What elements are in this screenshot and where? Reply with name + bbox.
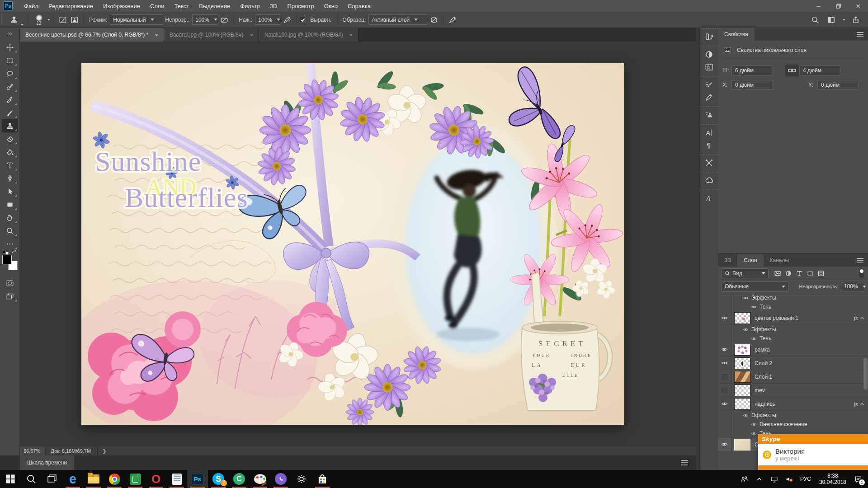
- paragraph-icon[interactable]: ¶: [703, 139, 716, 151]
- workspace-switcher-icon[interactable]: [826, 14, 837, 26]
- effects-row[interactable]: Эффекты: [718, 325, 868, 334]
- brush-tool[interactable]: [2, 106, 18, 119]
- effects-row[interactable]: Эффекты: [718, 411, 868, 420]
- skype-notification[interactable]: Skype Виктория у мережі: [758, 434, 868, 470]
- adjustments-icon[interactable]: [703, 48, 716, 61]
- options-grip[interactable]: [1, 14, 5, 25]
- glyphs-icon[interactable]: A: [703, 192, 716, 204]
- layer-opacity-select[interactable]: 100%: [841, 282, 864, 291]
- screen-mode-button[interactable]: [2, 290, 18, 303]
- brush-preset-picker[interactable]: 12: [31, 14, 47, 25]
- eye-icon[interactable]: [740, 327, 751, 333]
- zoom-level-field[interactable]: 66,67%: [20, 446, 44, 455]
- document-tab-0[interactable]: Весенние цветы.psd @ 66,7% (Слой 0, RGB/…: [20, 28, 164, 42]
- height-value[interactable]: 4 дюйм: [799, 66, 841, 75]
- eye-icon[interactable]: [748, 422, 760, 427]
- quick-mask-button[interactable]: [2, 277, 18, 290]
- swap-colors-icon[interactable]: [11, 249, 17, 255]
- shape-filter-icon[interactable]: [805, 268, 815, 278]
- tool-presets-icon[interactable]: [703, 156, 716, 169]
- effect-row[interactable]: Внешнее свечение: [718, 420, 868, 429]
- chevron-up-icon[interactable]: [752, 470, 766, 488]
- taskbar-camtasia[interactable]: C: [229, 470, 250, 488]
- taskbar-settings[interactable]: [291, 470, 312, 488]
- menu-item-3[interactable]: Слои: [145, 0, 170, 12]
- brush-presets-icon[interactable]: [703, 91, 716, 103]
- y-value[interactable]: 0 дюйм: [817, 80, 859, 90]
- fx-badge[interactable]: fx: [854, 314, 858, 322]
- taskbar-file-explorer[interactable]: [83, 470, 104, 488]
- minimize-button[interactable]: [808, 0, 828, 12]
- search-icon[interactable]: [809, 14, 821, 26]
- close-tab-icon[interactable]: ×: [155, 32, 158, 38]
- default-colors-icon[interactable]: [3, 249, 9, 255]
- tab-1[interactable]: Слои: [737, 254, 763, 267]
- menu-item-9[interactable]: Окно: [319, 0, 343, 12]
- quick-selection-tool[interactable]: [2, 80, 18, 93]
- layer-row[interactable]: Слой 2: [718, 357, 868, 370]
- menu-item-1[interactable]: Редактирование: [43, 0, 98, 12]
- document-tab-1[interactable]: Bacardi.jpg @ 100% (RGB/8#) ×: [164, 28, 259, 42]
- volume-muted-icon[interactable]: [782, 470, 796, 488]
- taskbar-store[interactable]: [312, 470, 333, 488]
- layer-thumbnail[interactable]: [734, 371, 750, 383]
- eraser-tool[interactable]: [2, 132, 18, 145]
- menu-item-4[interactable]: Текст: [170, 0, 194, 12]
- layer-thumbnail[interactable]: [734, 312, 750, 324]
- taskbar-edge[interactable]: e: [62, 470, 83, 488]
- layer-row[interactable]: mev: [718, 384, 868, 397]
- flow-select[interactable]: 100%: [255, 14, 281, 25]
- taskbar-viber[interactable]: [270, 470, 291, 488]
- layer-thumbnail[interactable]: [734, 357, 750, 369]
- menu-item-10[interactable]: Справка: [343, 0, 376, 12]
- taskbar-paint[interactable]: [250, 470, 270, 488]
- type-tool[interactable]: [2, 159, 18, 172]
- tool-preset-picker[interactable]: [7, 14, 24, 26]
- collapse-effects-icon[interactable]: [860, 315, 864, 321]
- fx-badge[interactable]: fx: [854, 400, 858, 408]
- filter-type-select[interactable]: Вид: [722, 268, 769, 278]
- taskbar-task-view-button[interactable]: [42, 470, 62, 488]
- close-tab-icon[interactable]: ×: [250, 32, 253, 38]
- eye-icon[interactable]: [718, 438, 731, 451]
- filter-toggle[interactable]: [859, 268, 864, 278]
- menu-item-5[interactable]: Выделение: [194, 0, 235, 12]
- people-icon[interactable]: [737, 470, 751, 488]
- ignore-adjustment-layers-icon[interactable]: [428, 14, 440, 26]
- foreground-color-swatch[interactable]: [2, 255, 12, 264]
- network-icon[interactable]: [767, 470, 781, 488]
- document-tab-2[interactable]: Natali100.jpg @ 100% (RGB/8#) ×: [259, 28, 359, 42]
- layer-thumbnail[interactable]: [734, 344, 750, 356]
- adjustment-filter-icon[interactable]: [783, 268, 793, 278]
- layer-row[interactable]: цветок розовый 1 fx: [718, 311, 868, 325]
- eye-icon[interactable]: [748, 304, 760, 310]
- layer-blend-mode-select[interactable]: Обычные: [722, 282, 788, 292]
- menu-item-6[interactable]: Фильтр: [235, 0, 265, 12]
- opacity-select[interactable]: 100%: [192, 14, 218, 25]
- status-options-button[interactable]: ❯: [98, 446, 111, 455]
- eye-icon[interactable]: [718, 343, 731, 356]
- close-button[interactable]: [848, 0, 868, 12]
- taskbar-skype[interactable]: S7: [208, 470, 229, 488]
- brush-settings-toggle-icon[interactable]: [57, 14, 69, 26]
- pressure-opacity-icon[interactable]: [218, 14, 230, 26]
- clone-stamp-tool[interactable]: [2, 119, 18, 132]
- eye-icon[interactable]: [718, 357, 731, 370]
- restore-button[interactable]: [828, 0, 848, 12]
- taskbar-reader-app[interactable]: [125, 470, 146, 488]
- libraries-icon[interactable]: [703, 174, 716, 187]
- eye-icon[interactable]: [748, 336, 760, 342]
- layer-row[interactable]: рамка: [718, 343, 868, 357]
- history-icon[interactable]: [703, 30, 716, 43]
- layers-scrollbar[interactable]: [863, 358, 868, 389]
- taskbar-chrome[interactable]: [104, 470, 125, 488]
- close-tab-icon[interactable]: ×: [349, 32, 353, 38]
- sample-select[interactable]: Активный слой: [368, 14, 428, 25]
- airbrush-icon[interactable]: [281, 14, 293, 26]
- tab-2[interactable]: Каналы: [764, 254, 796, 267]
- menu-item-2[interactable]: Изображение: [98, 0, 145, 12]
- layer-thumbnail[interactable]: [734, 398, 750, 410]
- character-icon[interactable]: A: [703, 126, 716, 139]
- layer-row[interactable]: Слой 1: [718, 370, 868, 384]
- collapse-toolbar-button[interactable]: [0, 30, 19, 38]
